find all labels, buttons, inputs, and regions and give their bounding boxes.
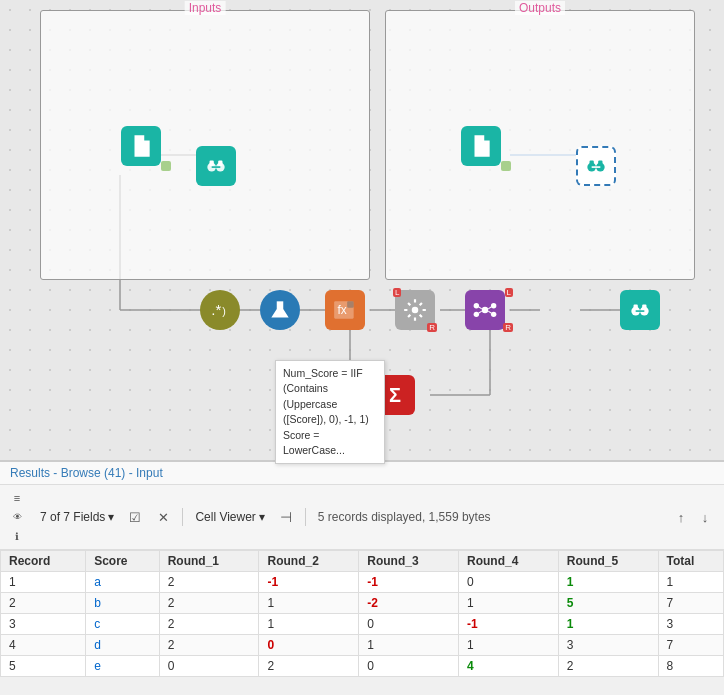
cell-score[interactable]: d xyxy=(86,635,160,656)
info-icon[interactable]: ℹ xyxy=(8,527,26,545)
col-round5[interactable]: Round_5 xyxy=(558,551,658,572)
input-book-node[interactable] xyxy=(121,126,161,166)
final-binoculars-node[interactable] xyxy=(620,290,660,330)
results-header: Results - Browse (41) - Input xyxy=(0,462,724,485)
cell-round_4[interactable]: 4 xyxy=(459,656,559,677)
workflow-canvas: Inputs Outputs .* ) xyxy=(0,0,724,460)
cell-round_4[interactable]: -1 xyxy=(459,614,559,635)
cell-record[interactable]: 4 xyxy=(1,635,86,656)
table-header-row: Record Score Round_1 Round_2 Round_3 Rou… xyxy=(1,551,724,572)
svg-text:.*: .* xyxy=(211,301,221,318)
svg-line-33 xyxy=(479,307,482,309)
cell-round_3[interactable]: -1 xyxy=(359,572,459,593)
svg-rect-16 xyxy=(210,161,214,166)
results-table-container: Record Score Round_1 Round_2 Round_3 Rou… xyxy=(0,550,724,677)
col-round4[interactable]: Round_4 xyxy=(459,551,559,572)
cell-round_3[interactable]: 0 xyxy=(359,656,459,677)
svg-text:fx: fx xyxy=(337,303,346,317)
cell-round_5[interactable]: 1 xyxy=(558,614,658,635)
svg-rect-40 xyxy=(642,305,646,310)
input-binoculars-node[interactable] xyxy=(196,146,236,186)
results-panel: Results - Browse (41) - Input ≡ 👁 ℹ 7 of… xyxy=(0,460,724,677)
cell-score[interactable]: e xyxy=(86,656,160,677)
svg-rect-21 xyxy=(598,161,602,166)
check-icon-btn[interactable]: ☑ xyxy=(124,506,146,528)
svg-point-29 xyxy=(474,303,479,308)
svg-rect-20 xyxy=(590,161,594,166)
col-round3[interactable]: Round_3 xyxy=(359,551,459,572)
cell-round_4[interactable]: 0 xyxy=(459,572,559,593)
cell-record[interactable]: 5 xyxy=(1,656,86,677)
output-binoculars-node[interactable] xyxy=(576,146,616,186)
cell-round_5[interactable]: 5 xyxy=(558,593,658,614)
col-round2[interactable]: Round_2 xyxy=(259,551,359,572)
cell-round_2[interactable]: 1 xyxy=(259,593,359,614)
cell-score[interactable]: c xyxy=(86,614,160,635)
cell-round_4[interactable]: 1 xyxy=(459,635,559,656)
close-icon-btn[interactable]: ✕ xyxy=(152,506,174,528)
cell-viewer[interactable]: Cell Viewer ▾ xyxy=(191,508,268,526)
regex-node[interactable]: .* ) xyxy=(200,290,240,330)
sep2 xyxy=(305,508,306,526)
cell-round_3[interactable]: 1 xyxy=(359,635,459,656)
cell-record[interactable]: 2 xyxy=(1,593,86,614)
cell-round_2[interactable]: 2 xyxy=(259,656,359,677)
cell-score[interactable]: a xyxy=(86,572,160,593)
col-round1[interactable]: Round_1 xyxy=(159,551,259,572)
cell-round_2[interactable]: 1 xyxy=(259,614,359,635)
svg-line-35 xyxy=(479,311,482,313)
cell-round_5[interactable]: 1 xyxy=(558,572,658,593)
cell-round_2[interactable]: -1 xyxy=(259,572,359,593)
cell-record[interactable]: 3 xyxy=(1,614,86,635)
svg-point-32 xyxy=(491,312,496,317)
cell-score[interactable]: b xyxy=(86,593,160,614)
cell-round_3[interactable]: -2 xyxy=(359,593,459,614)
svg-line-34 xyxy=(488,307,491,309)
col-score[interactable]: Score xyxy=(86,551,160,572)
cell-record[interactable]: 1 xyxy=(1,572,86,593)
col-total[interactable]: Total xyxy=(658,551,723,572)
inputs-label: Inputs xyxy=(185,1,226,15)
cell-round_1[interactable]: 0 xyxy=(159,656,259,677)
list-icon[interactable]: ≡ xyxy=(8,489,26,507)
table-row: 1a2-1-1011 xyxy=(1,572,724,593)
prep-node[interactable] xyxy=(260,290,300,330)
eye-icon[interactable]: 👁 xyxy=(8,508,26,526)
cell-round_4[interactable]: 1 xyxy=(459,593,559,614)
cell-total[interactable]: 3 xyxy=(658,614,723,635)
inputs-box: Inputs xyxy=(40,10,370,280)
arrow-down-btn[interactable]: ↓ xyxy=(694,506,716,528)
svg-point-31 xyxy=(474,312,479,317)
cell-round_3[interactable]: 0 xyxy=(359,614,459,635)
cell-round_5[interactable]: 3 xyxy=(558,635,658,656)
outputs-label: Outputs xyxy=(515,1,565,15)
cell-round_1[interactable]: 2 xyxy=(159,572,259,593)
outputs-box: Outputs xyxy=(385,10,695,280)
cell-round_2[interactable]: 0 xyxy=(259,635,359,656)
cell-round_1[interactable]: 2 xyxy=(159,614,259,635)
col-record[interactable]: Record xyxy=(1,551,86,572)
fields-label: 7 of 7 Fields xyxy=(40,510,105,524)
svg-point-27 xyxy=(412,307,419,314)
formula-node[interactable]: fx xyxy=(325,290,365,330)
svg-point-30 xyxy=(491,303,496,308)
output-book-node[interactable] xyxy=(461,126,501,166)
results-table: Record Score Round_1 Round_2 Round_3 Rou… xyxy=(0,550,724,677)
cell-round_1[interactable]: 2 xyxy=(159,593,259,614)
results-title: Results - Browse (41) - Input xyxy=(10,466,163,480)
cell-total[interactable]: 1 xyxy=(658,572,723,593)
cell-round_5[interactable]: 2 xyxy=(558,656,658,677)
cell-total[interactable]: 7 xyxy=(658,635,723,656)
arrow-up-btn[interactable]: ↑ xyxy=(670,506,692,528)
settings-node[interactable]: L R xyxy=(395,290,435,330)
fields-chevron: ▾ xyxy=(108,510,114,524)
cell-round_1[interactable]: 2 xyxy=(159,635,259,656)
pipe-icon-btn[interactable]: ⊣ xyxy=(275,506,297,528)
table-row: 5e020428 xyxy=(1,656,724,677)
fields-selector[interactable]: 7 of 7 Fields ▾ xyxy=(36,508,118,526)
cell-total[interactable]: 8 xyxy=(658,656,723,677)
network-node[interactable]: L R xyxy=(465,290,505,330)
cell-total[interactable]: 7 xyxy=(658,593,723,614)
cell-viewer-label: Cell Viewer xyxy=(195,510,255,524)
svg-rect-17 xyxy=(218,161,222,166)
